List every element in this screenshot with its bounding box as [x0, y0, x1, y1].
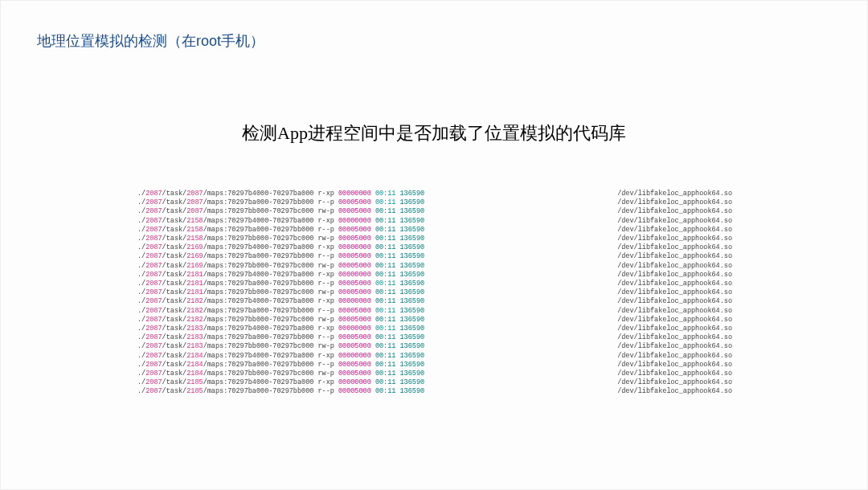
offset: 00005000 — [338, 252, 371, 260]
maps-seg: /maps: — [203, 190, 228, 198]
prefix: ./ — [137, 280, 145, 288]
maps-line-left: ./2087/task/2185/maps:70297ba000-70297bb… — [137, 387, 424, 396]
spacer — [424, 316, 617, 325]
maps-line: ./2087/task/2182/maps:70297b4000-70297ba… — [137, 297, 732, 306]
maps-line: ./2087/task/2185/maps:70297b4000-70297ba… — [137, 378, 732, 387]
pid: 2087 — [145, 325, 162, 333]
maps-line: ./2087/task/2158/maps:70297b4000-70297ba… — [137, 217, 732, 226]
addr-range: 70297ba000-70297bb000 — [227, 387, 313, 395]
prefix: ./ — [137, 307, 145, 315]
lib-path: /dev/libfakeloc_apphook64.so — [617, 378, 732, 387]
offset: 00005000 — [338, 235, 371, 243]
prefix: ./ — [137, 207, 145, 215]
spacer — [424, 325, 617, 333]
prefix: ./ — [137, 271, 145, 279]
task-seg: /task/ — [162, 387, 187, 395]
perms: r--p — [313, 361, 338, 369]
maps-line: ./2087/task/2182/maps:70297bb000-70297bc… — [137, 316, 732, 325]
task-seg: /task/ — [162, 370, 187, 378]
task-seg: /task/ — [162, 333, 187, 341]
maps-seg: /maps: — [203, 370, 228, 378]
device: 00:11 — [371, 198, 396, 206]
maps-seg: /maps: — [203, 243, 228, 251]
inode: 136590 — [395, 333, 424, 341]
task-seg: /task/ — [162, 252, 187, 260]
task-seg: /task/ — [162, 207, 187, 215]
maps-line: ./2087/task/2158/maps:70297bb000-70297bc… — [137, 235, 732, 243]
maps-line-left: ./2087/task/2181/maps:70297bb000-70297bc… — [137, 288, 424, 297]
maps-line: ./2087/task/2183/maps:70297ba000-70297bb… — [137, 333, 732, 342]
offset: 00005000 — [338, 226, 371, 234]
task-seg: /task/ — [162, 280, 187, 288]
spacer — [424, 378, 617, 387]
spacer — [424, 198, 617, 207]
device: 00:11 — [371, 307, 396, 315]
lib-path: /dev/libfakeloc_apphook64.so — [617, 297, 732, 306]
maps-line-left: ./2087/task/2158/maps:70297ba000-70297bb… — [137, 226, 424, 235]
lib-path: /dev/libfakeloc_apphook64.so — [617, 280, 732, 288]
maps-line: ./2087/task/2182/maps:70297ba000-70297bb… — [137, 307, 732, 316]
maps-seg: /maps: — [203, 235, 228, 243]
device: 00:11 — [371, 217, 396, 225]
offset: 00005000 — [338, 316, 371, 324]
perms: r--p — [313, 280, 338, 288]
offset: 00000000 — [338, 378, 371, 386]
prefix: ./ — [137, 226, 145, 234]
tid: 2158 — [186, 235, 203, 243]
maps-line-left: ./2087/task/2182/maps:70297bb000-70297bc… — [137, 316, 424, 325]
tid: 2181 — [186, 280, 203, 288]
maps-line-left: ./2087/task/2182/maps:70297ba000-70297bb… — [137, 307, 424, 316]
tid: 2181 — [186, 288, 203, 296]
device: 00:11 — [371, 271, 396, 279]
tid: 2169 — [186, 243, 203, 251]
pid: 2087 — [145, 235, 162, 243]
tid: 2158 — [186, 226, 203, 234]
maps-line-left: ./2087/task/2158/maps:70297b4000-70297ba… — [137, 217, 424, 226]
tid: 2087 — [186, 190, 203, 198]
tid: 2182 — [186, 307, 203, 315]
perms: r-xp — [313, 325, 338, 333]
lib-path: /dev/libfakeloc_apphook64.so — [617, 252, 732, 261]
spacer — [424, 235, 617, 243]
prefix: ./ — [137, 370, 145, 378]
pid: 2087 — [145, 352, 162, 360]
maps-seg: /maps: — [203, 316, 228, 324]
lib-path: /dev/libfakeloc_apphook64.so — [617, 325, 732, 333]
lib-path: /dev/libfakeloc_apphook64.so — [617, 316, 732, 325]
inode: 136590 — [395, 235, 424, 243]
maps-line: ./2087/task/2181/maps:70297bb000-70297bc… — [137, 288, 732, 297]
addr-range: 70297ba000-70297bb000 — [227, 252, 313, 260]
maps-line: ./2087/task/2183/maps:70297b4000-70297ba… — [137, 325, 732, 333]
page-subtitle: 检测App进程空间中是否加载了位置模拟的代码库 — [1, 121, 867, 145]
addr-range: 70297b4000-70297ba000 — [227, 271, 313, 279]
maps-line-left: ./2087/task/2181/maps:70297ba000-70297bb… — [137, 280, 424, 288]
device: 00:11 — [371, 297, 396, 305]
addr-range: 70297ba000-70297bb000 — [227, 198, 313, 206]
task-seg: /task/ — [162, 297, 187, 305]
offset: 00005000 — [338, 262, 371, 270]
maps-line-left: ./2087/task/2185/maps:70297b4000-70297ba… — [137, 378, 424, 387]
pid: 2087 — [145, 387, 162, 395]
inode: 136590 — [395, 307, 424, 315]
inode: 136590 — [395, 243, 424, 251]
maps-line: ./2087/task/2183/maps:70297bb000-70297bc… — [137, 342, 732, 351]
maps-seg: /maps: — [203, 198, 228, 206]
maps-seg: /maps: — [203, 262, 228, 270]
tid: 2183 — [186, 333, 203, 341]
maps-seg: /maps: — [203, 307, 228, 315]
perms: rw-p — [313, 262, 338, 270]
tid: 2184 — [186, 352, 203, 360]
pid: 2087 — [145, 262, 162, 270]
pid: 2087 — [145, 288, 162, 296]
perms: r-xp — [313, 297, 338, 305]
maps-line-left: ./2087/task/2158/maps:70297bb000-70297bc… — [137, 235, 424, 243]
addr-range: 70297ba000-70297bb000 — [227, 280, 313, 288]
perms: r--p — [313, 387, 338, 395]
tid: 2182 — [186, 297, 203, 305]
tid: 2181 — [186, 271, 203, 279]
perms: rw-p — [313, 316, 338, 324]
inode: 136590 — [395, 252, 424, 260]
prefix: ./ — [137, 198, 145, 206]
task-seg: /task/ — [162, 226, 187, 234]
device: 00:11 — [371, 288, 396, 296]
